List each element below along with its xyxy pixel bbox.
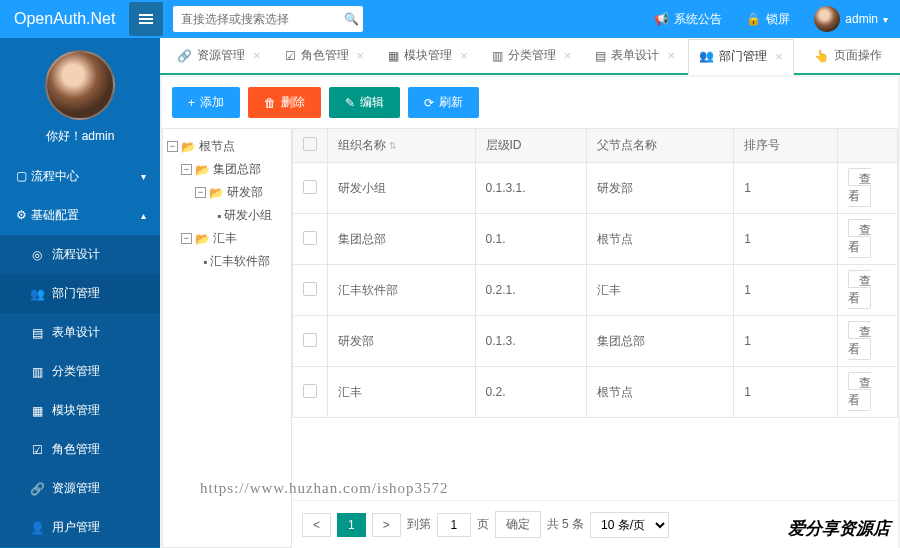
view-button[interactable]: 查看 [848,270,871,309]
pager-size-select[interactable]: 10 条/页 [590,512,669,538]
pager-next[interactable]: > [372,513,401,537]
folder-open-icon: 📂 [209,186,224,200]
nav-flow-center[interactable]: ▢ 流程中心▾ [0,157,160,196]
collapse-icon[interactable]: − [181,233,192,244]
col-level: 层级ID [475,129,586,163]
window-icon: ▢ [14,169,28,183]
pager-page-label: 页 [477,516,489,533]
close-icon[interactable]: × [460,48,468,63]
user-menu[interactable]: admin▾ [802,6,900,32]
row-checkbox[interactable] [303,282,317,296]
table-row: 汇丰软件部0.2.1.汇丰1查看 [293,265,898,316]
tree-leaf[interactable]: ▪汇丰软件部 [167,250,287,273]
tab-category[interactable]: ▥分类管理× [481,38,583,73]
search-box: 🔍 [173,6,363,32]
collapse-icon[interactable]: − [195,187,206,198]
cell-org: 研发部 [328,316,476,367]
form-icon: ▤ [30,326,44,340]
page-operations[interactable]: 👆页面操作 [802,39,894,72]
cell-org: 汇丰软件部 [328,265,476,316]
delete-button[interactable]: 🗑删除 [248,87,321,118]
table-row: 研发部0.1.3.集团总部1查看 [293,316,898,367]
tree-leaf[interactable]: ▪研发小组 [167,204,287,227]
cell-level: 0.1. [475,214,586,265]
search-icon[interactable]: 🔍 [339,12,363,26]
close-icon[interactable]: × [253,48,261,63]
pager-prev[interactable]: < [302,513,331,537]
close-icon[interactable]: × [357,48,365,63]
row-checkbox[interactable] [303,231,317,245]
nav-form-design[interactable]: ▤表单设计 [0,313,160,352]
pager-page-input[interactable] [437,513,471,537]
sidebar: 你好！admin ▢ 流程中心▾ ⚙ 基础配置▴ ◎流程设计 👥部门管理 ▤表单… [0,38,160,548]
table-row: 研发小组0.1.3.1.研发部1查看 [293,163,898,214]
trash-icon: 🗑 [264,96,276,110]
circle-icon: ◎ [30,248,44,262]
edit-button[interactable]: ✎编辑 [329,87,400,118]
tab-form[interactable]: ▤表单设计× [584,38,686,73]
nav-resource-manage[interactable]: 🔗资源管理 [0,469,160,508]
close-icon[interactable]: × [564,48,572,63]
collapse-icon[interactable]: − [181,164,192,175]
plus-icon: + [188,96,195,110]
hand-icon: 👆 [814,49,829,63]
collapse-icon[interactable]: − [167,141,178,152]
gear-icon: ⚙ [14,208,28,222]
pager-total: 共 5 条 [547,516,584,533]
sort-icon: ⇅ [389,141,397,151]
main: 🔗资源管理× ☑角色管理× ▦模块管理× ▥分类管理× ▤表单设计× 👥部门管理… [160,38,900,548]
tree-node[interactable]: −📂研发部 [167,181,287,204]
cell-level: 0.1.3. [475,316,586,367]
check-icon: ☑ [30,443,44,457]
cell-parent: 研发部 [586,163,734,214]
tree-root[interactable]: −📂根节点 [167,135,287,158]
pager-ok[interactable]: 确定 [495,511,541,538]
close-icon[interactable]: × [667,48,675,63]
cell-level: 0.1.3.1. [475,163,586,214]
file-icon: ▪ [217,209,221,223]
add-button[interactable]: +添加 [172,87,240,118]
announce-link[interactable]: 📢系统公告 [642,11,734,28]
lock-link[interactable]: 🔒锁屏 [734,11,802,28]
tab-dept[interactable]: 👥部门管理× [688,39,794,75]
view-button[interactable]: 查看 [848,219,871,258]
module-icon: ▦ [30,404,44,418]
chevron-up-icon: ▴ [141,210,146,221]
nav-base-config[interactable]: ⚙ 基础配置▴ [0,196,160,235]
row-checkbox[interactable] [303,180,317,194]
cell-level: 0.2.1. [475,265,586,316]
tab-resource[interactable]: 🔗资源管理× [166,38,272,73]
view-button[interactable]: 查看 [848,168,871,207]
tree-node[interactable]: −📂汇丰 [167,227,287,250]
tree-node[interactable]: −📂集团总部 [167,158,287,181]
view-button[interactable]: 查看 [848,321,871,360]
category-icon: ▥ [30,365,44,379]
file-icon: ▪ [203,255,207,269]
checkbox-all[interactable] [303,137,317,151]
watermark: https://www.huzhan.com/ishop3572 [200,480,449,497]
folder-open-icon: 📂 [195,232,210,246]
pager-page-1[interactable]: 1 [337,513,366,537]
users-icon: 👥 [30,287,44,301]
tab-module[interactable]: ▦模块管理× [377,38,479,73]
nav-dept-manage[interactable]: 👥部门管理 [0,274,160,313]
nav-user-manage[interactable]: 👤用户管理 [0,508,160,547]
col-org[interactable]: 组织名称⇅ [328,129,476,163]
tab-role[interactable]: ☑角色管理× [274,38,376,73]
nav-module-manage[interactable]: ▦模块管理 [0,391,160,430]
folder-open-icon: 📂 [195,163,210,177]
brand: OpenAuth.Net [0,10,129,28]
nav-role-manage[interactable]: ☑角色管理 [0,430,160,469]
refresh-button[interactable]: ⟳刷新 [408,87,479,118]
close-icon[interactable]: × [775,49,783,64]
nav-category-manage[interactable]: ▥分类管理 [0,352,160,391]
search-input[interactable] [173,12,339,26]
row-checkbox[interactable] [303,333,317,347]
user-avatar [45,50,115,120]
row-checkbox[interactable] [303,384,317,398]
menu-toggle[interactable] [129,2,163,36]
nav-flow-design[interactable]: ◎流程设计 [0,235,160,274]
view-button[interactable]: 查看 [848,372,871,411]
cell-level: 0.2. [475,367,586,418]
chevron-down-icon: ▾ [883,14,888,25]
